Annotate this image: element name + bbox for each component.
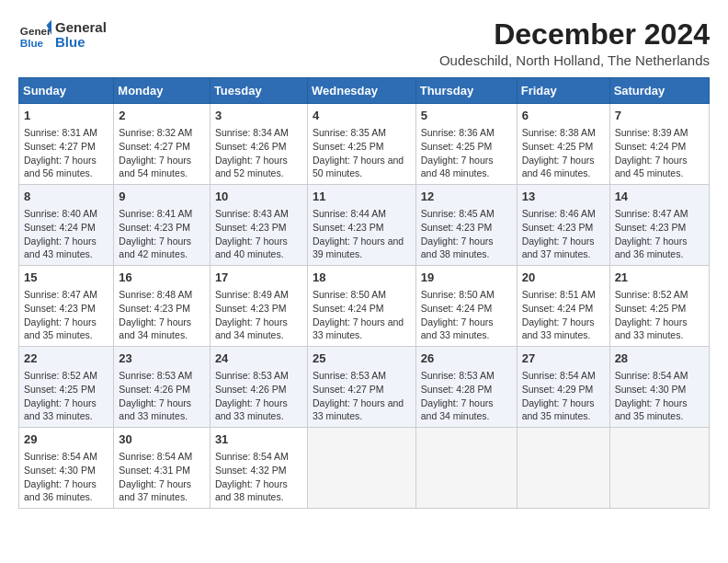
sunset-label: Sunset: 4:28 PM (421, 384, 493, 395)
sunset-label: Sunset: 4:27 PM (24, 141, 96, 152)
calendar-cell (415, 427, 517, 508)
daylight-label: Daylight: 7 hours and 43 minutes. (24, 236, 97, 260)
sunset-label: Sunset: 4:23 PM (24, 303, 96, 314)
sunrise-label: Sunrise: 8:54 AM (522, 370, 596, 381)
calendar-cell: 24Sunrise: 8:53 AMSunset: 4:26 PMDayligh… (210, 347, 307, 428)
day-number: 21 (615, 270, 704, 286)
daylight-label: Daylight: 7 hours and 35 minutes. (615, 397, 688, 422)
sunrise-label: Sunrise: 8:50 AM (313, 289, 386, 300)
daylight-label: Daylight: 7 hours and 50 minutes. (313, 155, 404, 179)
day-number: 3 (215, 108, 302, 124)
daylight-label: Daylight: 7 hours and 38 minutes. (215, 478, 288, 503)
calendar-cell: 5Sunrise: 8:36 AMSunset: 4:25 PMDaylight… (415, 104, 517, 185)
calendar-cell: 2Sunrise: 8:32 AMSunset: 4:27 PMDaylight… (114, 104, 210, 185)
calendar-cell: 8Sunrise: 8:40 AMSunset: 4:24 PMDaylight… (19, 185, 114, 266)
sunrise-label: Sunrise: 8:53 AM (313, 370, 386, 381)
calendar-cell: 16Sunrise: 8:48 AMSunset: 4:23 PMDayligh… (114, 266, 210, 347)
sunset-label: Sunset: 4:24 PM (313, 303, 384, 314)
daylight-label: Daylight: 7 hours and 52 minutes. (215, 155, 288, 179)
daylight-label: Daylight: 7 hours and 33 minutes. (522, 316, 595, 341)
sunset-label: Sunset: 4:26 PM (215, 384, 287, 395)
daylight-label: Daylight: 7 hours and 35 minutes. (24, 316, 97, 341)
week-row-3: 15Sunrise: 8:47 AMSunset: 4:23 PMDayligh… (19, 266, 710, 347)
daylight-label: Daylight: 7 hours and 33 minutes. (24, 397, 97, 422)
day-number: 12 (421, 189, 512, 205)
week-row-4: 22Sunrise: 8:52 AMSunset: 4:25 PMDayligh… (19, 347, 710, 428)
calendar-cell: 10Sunrise: 8:43 AMSunset: 4:23 PMDayligh… (210, 185, 307, 266)
sunrise-label: Sunrise: 8:40 AM (24, 208, 97, 219)
sunset-label: Sunset: 4:25 PM (24, 384, 96, 395)
sunset-label: Sunset: 4:25 PM (615, 303, 687, 314)
sunrise-label: Sunrise: 8:32 AM (119, 127, 192, 138)
sunrise-label: Sunrise: 8:47 AM (615, 208, 688, 219)
sunrise-label: Sunrise: 8:50 AM (421, 289, 495, 300)
day-number: 19 (421, 270, 512, 286)
day-number: 20 (522, 270, 605, 286)
calendar-cell: 9Sunrise: 8:41 AMSunset: 4:23 PMDaylight… (114, 185, 210, 266)
daylight-label: Daylight: 7 hours and 48 minutes. (421, 155, 494, 179)
sunset-label: Sunset: 4:23 PM (615, 222, 687, 233)
daylight-label: Daylight: 7 hours and 56 minutes. (24, 155, 97, 179)
month-title: December 2024 (439, 18, 710, 51)
day-number: 24 (215, 350, 302, 367)
daylight-label: Daylight: 7 hours and 37 minutes. (522, 236, 595, 260)
day-number: 16 (119, 270, 205, 286)
sunrise-label: Sunrise: 8:38 AM (522, 127, 596, 138)
calendar-cell (307, 427, 415, 508)
week-row-1: 1Sunrise: 8:31 AMSunset: 4:27 PMDaylight… (19, 104, 710, 185)
location: Oudeschild, North Holland, The Netherlan… (439, 52, 710, 68)
calendar-cell: 11Sunrise: 8:44 AMSunset: 4:23 PMDayligh… (307, 185, 415, 266)
daylight-label: Daylight: 7 hours and 33 minutes. (313, 316, 404, 341)
sunset-label: Sunset: 4:23 PM (215, 303, 287, 314)
sunset-label: Sunset: 4:23 PM (313, 222, 384, 233)
sunrise-label: Sunrise: 8:41 AM (119, 208, 192, 219)
sunrise-label: Sunrise: 8:54 AM (215, 451, 289, 462)
sunset-label: Sunset: 4:26 PM (119, 384, 190, 395)
logo-blue-text: Blue (55, 35, 107, 51)
sunset-label: Sunset: 4:24 PM (522, 303, 594, 314)
sunset-label: Sunset: 4:29 PM (522, 384, 594, 395)
day-number: 10 (215, 189, 302, 205)
calendar-cell: 31Sunrise: 8:54 AMSunset: 4:32 PMDayligh… (210, 427, 307, 508)
sunset-label: Sunset: 4:25 PM (313, 141, 384, 152)
daylight-label: Daylight: 7 hours and 33 minutes. (615, 316, 688, 341)
sunrise-label: Sunrise: 8:47 AM (24, 289, 97, 300)
day-number: 7 (615, 108, 704, 124)
title-block: December 2024 Oudeschild, North Holland,… (439, 18, 710, 68)
sunrise-label: Sunrise: 8:54 AM (24, 451, 97, 462)
sunrise-label: Sunrise: 8:48 AM (119, 289, 192, 300)
daylight-label: Daylight: 7 hours and 37 minutes. (119, 478, 191, 503)
calendar-cell (517, 427, 609, 508)
day-number: 8 (24, 189, 108, 205)
calendar-cell: 17Sunrise: 8:49 AMSunset: 4:23 PMDayligh… (210, 266, 307, 347)
daylight-label: Daylight: 7 hours and 34 minutes. (215, 316, 288, 341)
sunset-label: Sunset: 4:25 PM (522, 141, 594, 152)
sunset-label: Sunset: 4:23 PM (119, 222, 190, 233)
sunrise-label: Sunrise: 8:34 AM (215, 127, 289, 138)
daylight-label: Daylight: 7 hours and 33 minutes. (215, 397, 288, 422)
calendar-cell: 7Sunrise: 8:39 AMSunset: 4:24 PMDaylight… (609, 104, 709, 185)
day-number: 9 (119, 189, 205, 205)
day-number: 4 (313, 108, 411, 124)
day-number: 13 (522, 189, 605, 205)
sunrise-label: Sunrise: 8:43 AM (215, 208, 289, 219)
logo-general-text: General (55, 20, 107, 36)
sunrise-label: Sunrise: 8:52 AM (24, 370, 97, 381)
daylight-label: Daylight: 7 hours and 38 minutes. (421, 236, 494, 260)
day-number: 26 (421, 350, 512, 367)
calendar-cell: 3Sunrise: 8:34 AMSunset: 4:26 PMDaylight… (210, 104, 307, 185)
daylight-label: Daylight: 7 hours and 42 minutes. (119, 236, 191, 260)
daylight-label: Daylight: 7 hours and 39 minutes. (313, 236, 404, 260)
day-number: 22 (24, 350, 108, 367)
daylight-label: Daylight: 7 hours and 33 minutes. (313, 397, 404, 422)
calendar-cell: 20Sunrise: 8:51 AMSunset: 4:24 PMDayligh… (517, 266, 609, 347)
calendar-cell: 30Sunrise: 8:54 AMSunset: 4:31 PMDayligh… (114, 427, 210, 508)
day-number: 5 (421, 108, 512, 124)
daylight-label: Daylight: 7 hours and 36 minutes. (24, 478, 97, 503)
sunrise-label: Sunrise: 8:46 AM (522, 208, 596, 219)
daylight-label: Daylight: 7 hours and 34 minutes. (421, 397, 494, 422)
calendar-cell: 6Sunrise: 8:38 AMSunset: 4:25 PMDaylight… (517, 104, 609, 185)
calendar-cell: 15Sunrise: 8:47 AMSunset: 4:23 PMDayligh… (19, 266, 114, 347)
week-row-2: 8Sunrise: 8:40 AMSunset: 4:24 PMDaylight… (19, 185, 710, 266)
calendar-cell: 29Sunrise: 8:54 AMSunset: 4:30 PMDayligh… (19, 427, 114, 508)
